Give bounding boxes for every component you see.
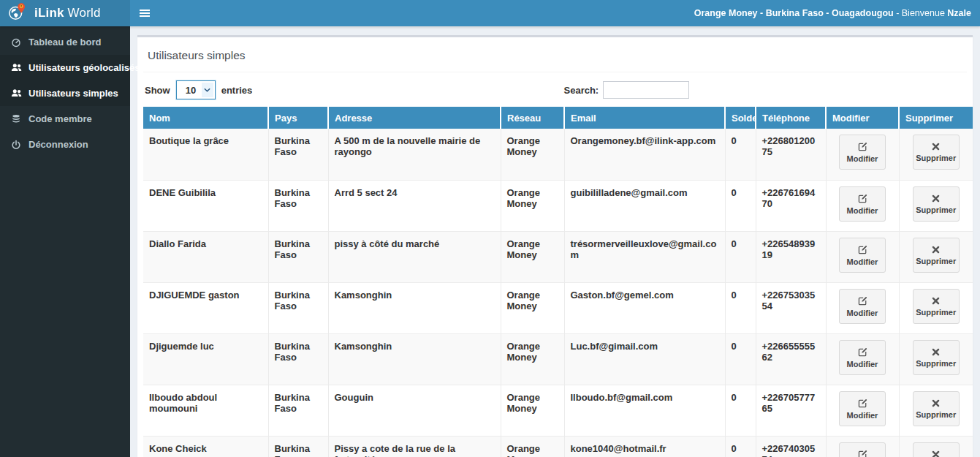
modifier-button-label: Modifier <box>847 154 878 163</box>
cell-pays: Burkina Faso <box>268 385 328 436</box>
cell-modifier: Modifier <box>826 385 899 436</box>
supprimer-button[interactable]: Supprimer <box>913 135 960 170</box>
modifier-button[interactable]: Modifier <box>839 391 886 426</box>
search-input[interactable] <box>603 81 689 99</box>
modifier-button-label: Modifier <box>847 411 878 420</box>
table-row: Djiguemde lucBurkina FasoKamsonghinOrang… <box>143 333 973 385</box>
modifier-button-label: Modifier <box>847 206 878 215</box>
cell-telephone: +22670577765 <box>756 385 826 436</box>
sidebar: Tableau de bordUtilisateurs géolocalisés… <box>0 26 130 457</box>
sidebar-item-utilisateurs-geolocalises[interactable]: Utilisateurs géolocalisés <box>0 55 130 80</box>
cell-supprimer: Supprimer <box>899 180 973 231</box>
entries-label: entries <box>221 85 253 96</box>
table-header-row: NomPaysAdresseRéseauEmailSoldeTéléphoneM… <box>143 107 973 129</box>
cell-solde: 0 <box>725 180 756 231</box>
supprimer-button-label: Supprimer <box>916 205 956 214</box>
table-row: Kone CheickBurkina FasoPissy a cote de l… <box>143 436 973 457</box>
cell-reseau: Orange Money <box>501 333 564 385</box>
cell-telephone: +22676169470 <box>756 180 826 231</box>
users-card: Utilisateurs simples Show 10 entries Sea… <box>137 35 973 457</box>
power-icon <box>10 140 22 150</box>
cell-reseau: Orange Money <box>501 231 564 282</box>
cell-telephone: +22680120075 <box>756 129 826 180</box>
modifier-button[interactable]: Modifier <box>839 238 886 273</box>
cell-pays: Burkina Faso <box>268 436 328 457</box>
column-header-telephone[interactable]: Téléphone <box>756 107 826 129</box>
sidebar-item-label: Code membre <box>29 113 92 124</box>
table-row: Boutique la grâceBurkina FasoA 500 m de … <box>143 129 973 180</box>
supprimer-button[interactable]: Supprimer <box>913 238 960 273</box>
column-header-adresse[interactable]: Adresse <box>328 107 501 129</box>
cell-modifier: Modifier <box>826 231 899 282</box>
cell-nom: DJIGUEMDE gaston <box>143 282 268 333</box>
column-header-reseau[interactable]: Réseau <box>501 107 564 129</box>
welcome-segment: Orange Money - Burkina Faso - Ouagadougo… <box>694 8 894 18</box>
x-icon <box>931 450 941 457</box>
supprimer-button[interactable]: Supprimer <box>913 442 960 457</box>
x-icon <box>931 142 941 151</box>
modifier-button-label: Modifier <box>847 257 878 266</box>
cell-email: Gaston.bf@gemel.com <box>564 282 725 333</box>
sidebar-toggle-button[interactable] <box>130 0 159 26</box>
cell-adresse: Arrd 5 sect 24 <box>328 180 501 231</box>
column-header-supprimer[interactable]: Supprimer <box>899 107 973 129</box>
cell-nom: Diallo Farida <box>143 231 268 282</box>
cell-reseau: Orange Money <box>501 180 564 231</box>
cell-email: trésormerveilleuxlove@gmail.com <box>564 231 725 282</box>
cell-nom: DENE Guibilila <box>143 180 268 231</box>
modifier-button-label: Modifier <box>847 360 878 369</box>
cell-supprimer: Supprimer <box>899 385 973 436</box>
edit-icon <box>857 295 868 306</box>
welcome-segment: Nzale <box>947 8 971 18</box>
modifier-button-label: Modifier <box>847 309 878 317</box>
modifier-button[interactable]: Modifier <box>839 186 886 222</box>
column-header-modifier[interactable]: Modifier <box>826 107 899 129</box>
cell-pays: Burkina Faso <box>268 282 328 333</box>
cell-adresse: A 500 m de la nouvelle mairie de rayongo <box>328 129 501 180</box>
supprimer-button-label: Supprimer <box>916 308 956 317</box>
page-length-select[interactable]: 10 <box>177 81 215 99</box>
modifier-button[interactable]: Modifier <box>839 442 886 457</box>
column-header-email[interactable]: Email <box>564 107 725 129</box>
cell-modifier: Modifier <box>826 282 899 333</box>
cell-nom: Ilboudo abdoul moumouni <box>143 385 268 436</box>
modifier-button[interactable]: Modifier <box>839 289 886 324</box>
edit-icon <box>857 398 868 409</box>
cell-reseau: Orange Money <box>501 436 564 457</box>
edit-icon <box>857 193 868 204</box>
supprimer-button[interactable]: Supprimer <box>913 391 960 426</box>
table-body: Boutique la grâceBurkina FasoA 500 m de … <box>143 129 973 457</box>
sidebar-item-code-membre[interactable]: Code membre <box>0 106 130 132</box>
supprimer-button[interactable]: Supprimer <box>913 340 960 375</box>
sidebar-item-utilisateurs-simples[interactable]: Utilisateurs simples <box>0 80 130 106</box>
cell-telephone: +22674030574 <box>756 436 826 457</box>
x-icon <box>931 347 941 357</box>
brand[interactable]: $ iLink World <box>0 0 130 26</box>
sidebar-item-label: Utilisateurs simples <box>29 88 118 99</box>
edit-icon <box>857 347 868 358</box>
cell-supprimer: Supprimer <box>899 436 973 457</box>
cell-pays: Burkina Faso <box>268 129 328 180</box>
cell-email: guibililladene@gmail.com <box>564 180 725 231</box>
column-header-nom[interactable]: Nom <box>143 107 268 129</box>
sidebar-item-deconnexion[interactable]: Déconnexion <box>0 132 130 157</box>
column-header-solde[interactable]: Solde <box>725 107 756 129</box>
modifier-button[interactable]: Modifier <box>839 135 886 170</box>
supprimer-button[interactable]: Supprimer <box>913 186 960 222</box>
dashboard-icon <box>10 37 22 48</box>
x-icon <box>931 399 941 408</box>
cell-supprimer: Supprimer <box>899 333 973 385</box>
cell-adresse: pissy à côté du marché <box>328 231 501 282</box>
brand-title-regular: World <box>64 6 101 20</box>
cell-solde: 0 <box>725 333 756 385</box>
supprimer-button-label: Supprimer <box>916 154 956 162</box>
modifier-button[interactable]: Modifier <box>839 340 886 375</box>
supprimer-button[interactable]: Supprimer <box>913 289 960 324</box>
sidebar-item-tableau-de-bord[interactable]: Tableau de bord <box>0 29 130 55</box>
navbar-main: Orange Money - Burkina Faso - Ouagadougo… <box>130 0 980 26</box>
cell-solde: 0 <box>725 129 756 180</box>
sidebar-menu: Tableau de bordUtilisateurs géolocalisés… <box>0 26 130 157</box>
column-header-pays[interactable]: Pays <box>268 107 328 129</box>
cell-email: Luc.bf@gimail.com <box>564 333 725 385</box>
sidebar-item-label: Déconnexion <box>29 139 88 150</box>
